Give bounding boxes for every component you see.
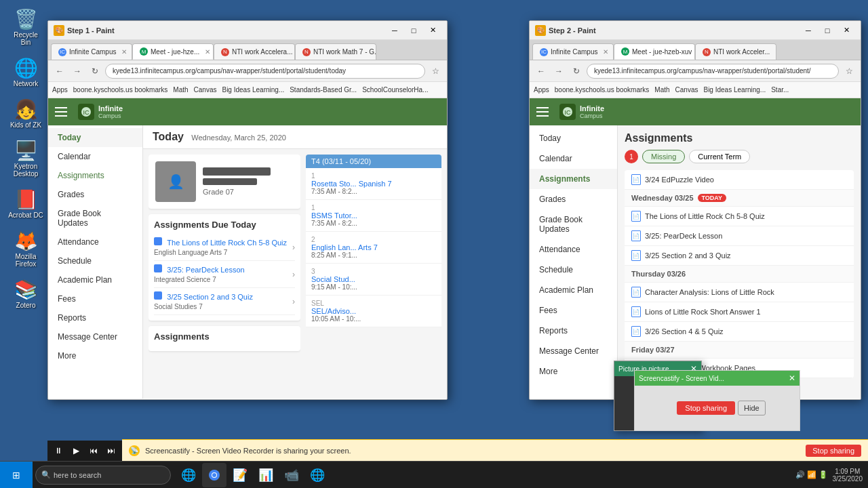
sidebar-item-calendar-1[interactable]: Calendar <box>48 147 142 166</box>
bookmark-math-2[interactable]: Math <box>654 86 669 94</box>
sc-hide-btn[interactable]: Hide <box>738 401 766 415</box>
assignment-item-1-2[interactable]: 3/25: PearDeck Lesson Integrated Science… <box>154 261 295 288</box>
desktop-icon-recycle-bin[interactable]: 🗑️ Recycle Bin <box>5 5 46 49</box>
sidebar-item-schedule-1[interactable]: Schedule <box>48 251 142 270</box>
sidebar-item-fees-1[interactable]: Fees <box>48 289 142 308</box>
bookmark-canvas-1[interactable]: Canvas <box>194 86 217 94</box>
tab-close-nti-2[interactable]: ✕ <box>775 48 776 56</box>
sidebar-item-academicplan-2[interactable]: Academic Plan <box>530 280 617 300</box>
sidebar-item-today-2[interactable]: Today <box>530 128 617 148</box>
desktop-icon-kids[interactable]: 👧 Kids of ZK <box>5 96 46 131</box>
forward-btn-1[interactable]: → <box>70 64 85 79</box>
tab-ic-2[interactable]: IC Infinite Campus ✕ <box>532 43 614 60</box>
play-btn[interactable]: ▶ <box>69 444 83 458</box>
sidebar-item-messagecenter-1[interactable]: Message Center <box>48 327 142 346</box>
sidebar-item-gradebook-2[interactable]: Grade Book Updates <box>530 209 617 239</box>
bookmark-canvas-2[interactable]: Canvas <box>675 86 698 94</box>
desktop-icon-kyetron[interactable]: 🖥️ Kyetron Desktop <box>5 137 46 180</box>
assign-item-section45[interactable]: 📄 3/26 Section 4 & 5 Quiz <box>625 322 854 342</box>
tab-close-ic-2[interactable]: ✕ <box>603 48 608 56</box>
stop-sharing-btn[interactable]: Stop sharing <box>806 445 861 457</box>
schedule-item-1-2[interactable]: 1 BSMS Tutor... 7:35 AM - 8:2... <box>306 200 441 232</box>
bookmark-star-2[interactable]: Star... <box>771 86 789 94</box>
sidebar-item-attendance-1[interactable]: Attendance <box>48 232 142 251</box>
sidebar-item-attendance-2[interactable]: Attendance <box>530 239 617 260</box>
sidebar-item-calendar-2[interactable]: Calendar <box>530 148 617 169</box>
hamburger-menu-1[interactable] <box>55 104 71 120</box>
address-bar-2[interactable] <box>587 64 839 79</box>
desktop-icon-acrobat[interactable]: 📕 Acrobat DC <box>5 186 46 222</box>
refresh-btn-2[interactable]: ↻ <box>569 64 584 79</box>
assign-item-short-answer[interactable]: 📄 Lions of Little Rock Short Answer 1 <box>625 302 854 322</box>
next-btn[interactable]: ⏭ <box>104 444 118 458</box>
bookmark-apps-2[interactable]: Apps <box>534 86 549 94</box>
sidebar-item-reports-1[interactable]: Reports <box>48 308 142 327</box>
bookmark-math-1[interactable]: Math <box>173 86 188 94</box>
tab-nti-2[interactable]: N NTI work Acceler... ✕ <box>695 43 776 60</box>
sidebar-item-academicplan-1[interactable]: Academic Plan <box>48 270 142 289</box>
taskbar-search-box[interactable]: 🔍 here to search <box>35 466 171 485</box>
desktop-icon-network[interactable]: 🌐 Network <box>5 54 46 90</box>
taskbar-excel-icon[interactable]: 📊 <box>254 463 278 487</box>
filter-current-term-2[interactable]: Current Term <box>689 150 750 163</box>
bookmark-bigideas-1[interactable]: Big Ideas Learning... <box>222 86 284 94</box>
filter-missing-2[interactable]: Missing <box>642 150 685 163</box>
schedule-item-1-5[interactable]: SEL SEL/Adviso... 10:05 AM - 10:... <box>306 296 441 327</box>
desktop-icon-firefox[interactable]: 🦊 Mozilla Firefox <box>5 227 46 270</box>
bookmark-boone-2[interactable]: boone.kyschools.us bookmarks <box>555 86 650 94</box>
back-btn-1[interactable]: ← <box>52 64 67 79</box>
sidebar-item-fees-2[interactable]: Fees <box>530 300 617 321</box>
sidebar-item-messagecenter-2[interactable]: Message Center <box>530 341 617 361</box>
sc-close-btn[interactable]: ✕ <box>789 373 795 383</box>
taskbar-chrome-icon[interactable] <box>202 463 226 487</box>
sidebar-item-assignments-2[interactable]: Assignments <box>530 169 617 189</box>
tab-meet-2[interactable]: M Meet - jue-hzeb-xuv ✕ <box>614 43 695 60</box>
bookmark-standards-1[interactable]: Standards-Based Gr... <box>290 86 357 94</box>
tab-nti-1[interactable]: N NTI work Accelera... ✕ <box>214 43 295 60</box>
tab-meet-1[interactable]: M Meet - jue-hze... ✕ <box>132 43 214 60</box>
bookmark-apps-1[interactable]: Apps <box>52 86 68 94</box>
prev-btn[interactable]: ⏮ <box>87 444 100 458</box>
bookmark-bigideas-2[interactable]: Big Ideas Learning... <box>703 86 766 94</box>
bookmark-star-1[interactable]: ☆ <box>428 64 443 79</box>
maximize-btn-1[interactable]: □ <box>405 24 422 37</box>
sidebar-item-grades-2[interactable]: Grades <box>530 189 617 209</box>
assign-item-section23[interactable]: 📄 3/25 Section 2 and 3 Quiz <box>625 246 854 266</box>
bookmark-star-2[interactable]: ☆ <box>842 64 856 79</box>
assign-item-lions-quiz[interactable]: 📄 The Lions of Little Rock Ch 5-8 Quiz <box>625 207 854 226</box>
taskbar-screencastify-icon[interactable]: 📹 <box>279 463 304 487</box>
schedule-item-1-4[interactable]: 3 Social Stud... 9:15 AM - 10:... <box>306 264 441 296</box>
tab-ic-1[interactable]: IC Infinite Campus ✕ <box>51 43 132 60</box>
tab-nti2-1[interactable]: N NTI work Math 7 - G... ✕ <box>295 43 376 60</box>
bookmark-counselor-1[interactable]: SchoolCounselorHa... <box>362 86 428 94</box>
address-bar-1[interactable] <box>105 64 425 79</box>
schedule-item-1-3[interactable]: 2 English Lan... Arts 7 8:25 AM - 9:1... <box>306 232 441 264</box>
hamburger-menu-2[interactable] <box>536 104 553 120</box>
refresh-btn-1[interactable]: ↻ <box>87 64 102 79</box>
sidebar-item-grades-1[interactable]: Grades <box>48 185 142 204</box>
sc-stop-sharing-btn[interactable]: Stop sharing <box>677 401 735 415</box>
sidebar-item-today-1[interactable]: Today <box>48 128 142 147</box>
desktop-icon-zotero[interactable]: 📚 Zotero <box>5 276 46 312</box>
sidebar-item-assignments-1[interactable]: Assignments <box>48 166 142 185</box>
sidebar-item-more-1[interactable]: More <box>48 346 142 365</box>
assignment-item-1-1[interactable]: The Lions of Little Rock Ch 5-8 Quiz Eng… <box>154 234 295 261</box>
bookmark-boone-1[interactable]: boone.kyschools.us bookmarks <box>73 86 168 94</box>
taskbar-chrome2-icon[interactable]: 🌐 <box>305 463 330 487</box>
back-btn-2[interactable]: ← <box>534 64 549 79</box>
close-btn-1[interactable]: ✕ <box>424 24 441 37</box>
sidebar-item-reports-2[interactable]: Reports <box>530 321 617 341</box>
sidebar-item-gradebook-1[interactable]: Grade Book Updates <box>48 204 142 232</box>
close-btn-2[interactable]: ✕ <box>837 24 855 37</box>
sidebar-item-schedule-2[interactable]: Schedule <box>530 260 617 280</box>
assign-item-peardeck[interactable]: 📄 3/25: PearDeck Lesson <box>625 226 854 246</box>
forward-btn-2[interactable]: → <box>551 64 566 79</box>
assign-item-character[interactable]: 📄 Character Analysis: Lions of Little Ro… <box>625 283 854 302</box>
assign-item-edpuzzle[interactable]: 📄 3/24 EdPuzzle Video <box>625 170 854 190</box>
tab-close-meet-1[interactable]: ✕ <box>205 48 210 56</box>
sidebar-item-more-2[interactable]: More <box>530 361 617 382</box>
taskbar-word-icon[interactable]: 📝 <box>228 463 252 487</box>
taskbar-ie-icon[interactable]: 🌐 <box>176 463 201 487</box>
assignment-item-1-3[interactable]: 3/25 Section 2 and 3 Quiz Social Studies… <box>154 288 295 315</box>
schedule-item-1-1[interactable]: 1 Rosetta Sto... Spanish 7 7:35 AM - 8:2… <box>306 168 441 200</box>
